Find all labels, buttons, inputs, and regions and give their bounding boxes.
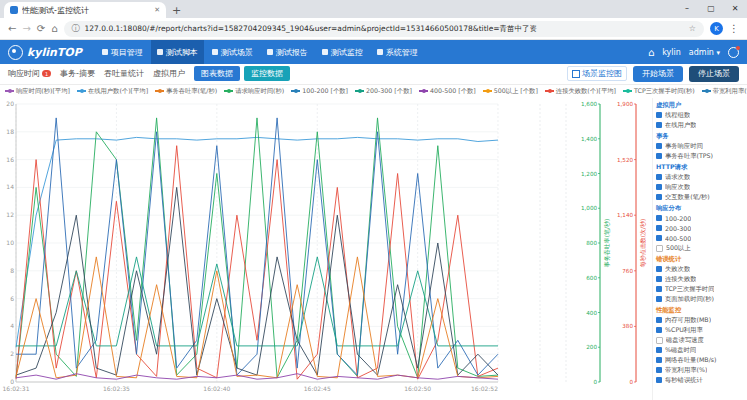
metric-label: 100-200 [665, 215, 691, 222]
grid-icon [572, 70, 580, 78]
window-close-button[interactable]: ✕ [723, 0, 747, 18]
report-tab[interactable]: 事务-摘要 [60, 68, 95, 79]
app-logo[interactable]: kylinTOP [8, 45, 82, 60]
metric-checkbox[interactable] [656, 245, 663, 252]
user-menu[interactable]: admin ▾ [689, 48, 720, 57]
metric-checkbox[interactable] [656, 347, 662, 353]
nav-item[interactable]: 系统管理 [371, 40, 424, 64]
legend-item[interactable]: 100-200 [个数] [291, 87, 348, 96]
metric-checkbox[interactable] [656, 184, 662, 190]
notification-bell-icon[interactable] [728, 47, 739, 58]
metric-checkbox-row[interactable]: TCP三次握手时间 [656, 284, 744, 294]
metric-checkbox-row[interactable]: 请求次数 [656, 172, 744, 182]
metric-checkbox[interactable] [656, 337, 663, 344]
metric-checkbox-row[interactable]: %CPU利用率 [656, 325, 744, 335]
nav-item[interactable]: 测试脚本 [151, 40, 204, 64]
metric-checkbox-row[interactable]: 100-200 [656, 213, 744, 223]
legend-item[interactable]: 在线用户数(个)[平均] [77, 87, 148, 96]
metric-checkbox[interactable] [656, 143, 662, 149]
metric-checkbox[interactable] [656, 174, 662, 180]
metric-checkbox-row[interactable]: 网络吞吐量(MB/s) [656, 355, 744, 365]
browser-tab[interactable]: 性能测试-监控统计 ✕ [4, 2, 166, 18]
metric-checkbox[interactable] [656, 357, 662, 363]
metric-label: 每秒错误统计 [665, 376, 703, 385]
metric-checkbox-row[interactable]: 交互数量(笔/秒) [656, 192, 744, 202]
url-text[interactable]: 127.0.0.1:18080/#/report/charts?id=15827… [85, 24, 684, 34]
metric-checkbox-row[interactable]: 失败次数 [656, 264, 744, 274]
panel-group-title: 虚拟用户 [656, 100, 744, 110]
metric-checkbox[interactable] [656, 153, 662, 159]
view-pill-button[interactable]: 监控数据 [244, 66, 290, 81]
metric-checkbox-row[interactable]: 事务吞吐率(TPS) [656, 151, 744, 161]
metric-checkbox-row[interactable]: 连接失败数 [656, 274, 744, 284]
metric-checkbox-row[interactable]: 500以上 [656, 243, 744, 253]
metric-checkbox[interactable] [656, 266, 662, 272]
legend-item[interactable]: 事务吞吐率(笔/秒) [155, 87, 217, 96]
legend-item[interactable]: 连接失败数(个)[平均] [545, 87, 616, 96]
view-pill-button[interactable]: 图表数据 [194, 66, 240, 81]
metric-checkbox-row[interactable]: 页面加载时间(秒) [656, 294, 744, 304]
nav-home-icon[interactable]: ⌂ [648, 47, 654, 58]
legend-item[interactable]: 响应时间(秒)[平均] [5, 87, 70, 96]
nav-item[interactable]: 测试监控 [316, 40, 369, 64]
metric-checkbox[interactable] [656, 122, 662, 128]
nav-right-cluster: ⌂ kylin admin ▾ [648, 47, 739, 58]
metric-checkbox[interactable] [656, 317, 662, 323]
nav-item[interactable]: 测试场景 [206, 40, 259, 64]
window-maximize-button[interactable]: ▢ [699, 0, 723, 18]
window-controls: – ▢ ✕ [675, 0, 747, 18]
metric-checkbox[interactable] [656, 286, 662, 292]
metric-checkbox-row[interactable]: 响应次数 [656, 182, 744, 192]
svg-text:1,400: 1,400 [581, 136, 597, 142]
browser-menu-icon[interactable]: ⋮ [729, 23, 739, 34]
metric-checkbox-row[interactable]: 200-300 [656, 223, 744, 233]
metric-checkbox[interactable] [656, 215, 662, 221]
legend-item[interactable]: 500以上 [个数] [483, 87, 538, 96]
metric-checkbox[interactable] [656, 276, 662, 282]
report-tab[interactable]: 吞吐量统计 [104, 68, 144, 79]
metric-checkbox[interactable] [656, 235, 662, 241]
metric-checkbox-row[interactable]: 线程组数 [656, 110, 744, 120]
metric-checkbox[interactable] [656, 296, 662, 302]
nav-item[interactable]: 项目管理 [96, 40, 149, 64]
legend-item[interactable]: 400-500 [个数] [419, 87, 476, 96]
metric-checkbox-row[interactable]: %磁盘时间 [656, 345, 744, 355]
metric-checkbox[interactable] [656, 327, 662, 333]
legend-item[interactable]: 请求响应时间(秒) [224, 87, 284, 96]
window-minimize-button[interactable]: – [675, 0, 699, 18]
new-tab-button[interactable]: + [172, 4, 181, 18]
start-scene-button[interactable]: 开始场景 [633, 66, 683, 82]
nav-home-label[interactable]: kylin [662, 48, 681, 57]
browser-profile-avatar[interactable]: K [710, 22, 723, 35]
report-tab[interactable]: 响应时间1 [8, 68, 51, 79]
metric-checkbox-row[interactable]: 每秒错误统计 [656, 375, 744, 385]
home-icon[interactable]: ⌂ [51, 23, 57, 34]
address-bar[interactable]: ⓘ 127.0.0.1:18080/#/report/charts?id=158… [64, 21, 704, 37]
legend-item[interactable]: 带宽利用率(%)[Mb] [702, 87, 747, 96]
bookmark-star-icon[interactable]: ☆ [689, 24, 696, 33]
metric-checkbox[interactable] [656, 112, 662, 118]
legend-item[interactable]: TCP三次握手时间(秒) [623, 87, 695, 96]
metric-checkbox[interactable] [656, 225, 662, 231]
reload-icon[interactable]: ⟳ [37, 23, 45, 34]
metric-checkbox[interactable] [656, 367, 662, 373]
tab-close-icon[interactable]: ✕ [154, 6, 160, 14]
forward-icon[interactable]: → [22, 23, 30, 34]
report-tab[interactable]: 虚拟用户 [153, 68, 185, 79]
metric-checkbox-row[interactable]: 400-500 [656, 233, 744, 243]
metric-checkbox-row[interactable]: 带宽利用率(%) [656, 365, 744, 375]
svg-text:4: 4 [10, 322, 14, 329]
stop-scene-button[interactable]: 停止场景 [689, 66, 739, 82]
metric-checkbox-row[interactable]: 内存可用数(MB) [656, 315, 744, 325]
metric-checkbox-row[interactable]: 事务响应时间 [656, 141, 744, 151]
legend-item[interactable]: 200-300 [个数] [355, 87, 412, 96]
back-icon[interactable]: ← [8, 23, 16, 34]
metric-checkbox-row[interactable]: 在线用户数 [656, 120, 744, 130]
site-info-icon[interactable]: ⓘ [72, 23, 80, 34]
nav-item[interactable]: 测试报告 [261, 40, 314, 64]
scene-monitor-link[interactable]: 场景监控图 [567, 66, 627, 81]
metric-checkbox[interactable] [656, 194, 662, 200]
metric-checkbox-row[interactable]: 磁盘读写速度 [656, 335, 744, 345]
svg-text:380: 380 [622, 323, 633, 329]
metric-checkbox[interactable] [656, 377, 662, 383]
